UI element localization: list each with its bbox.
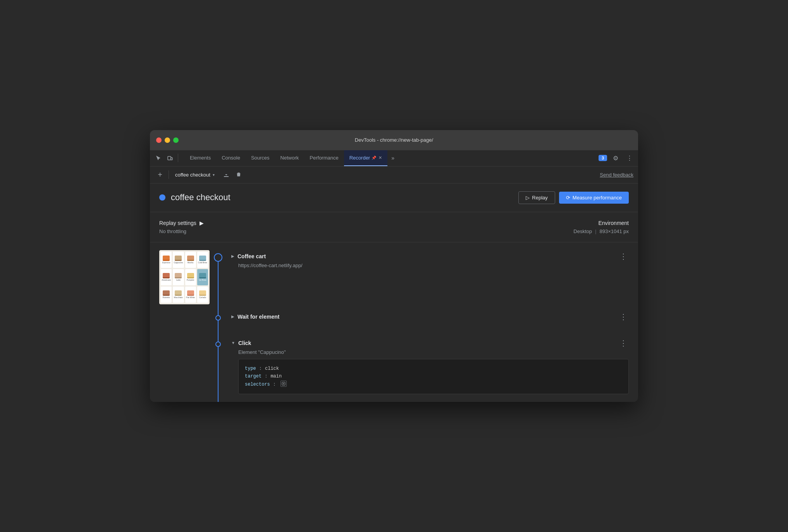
tab-console[interactable]: Console: [216, 150, 246, 166]
settings-section: Replay settings ▶ No throttling Environm…: [150, 212, 638, 242]
tab-close-icon[interactable]: ✕: [379, 155, 382, 160]
tabs-overflow-icon[interactable]: »: [387, 155, 398, 161]
environment-title: Environment: [573, 220, 629, 226]
step-row-1: Espresso Cappucino Mocha Cold Brew: [150, 250, 638, 304]
selector-icon[interactable]: [280, 381, 287, 387]
svg-rect-0: [168, 156, 171, 160]
environment-section: Environment Desktop | 893×1041 px: [573, 220, 629, 234]
add-recording-button[interactable]: +: [155, 169, 165, 180]
notification-badge: 3: [599, 155, 607, 161]
minimize-button[interactable]: [165, 137, 170, 143]
step-1-expand-icon[interactable]: ▶: [231, 254, 234, 258]
step-1-url: https://coffee-cart.netlify.app/: [231, 263, 629, 268]
step-3-more-icon[interactable]: ⋮: [618, 338, 629, 348]
step-3-name: Click: [238, 340, 251, 346]
code-line-target: target : main: [245, 372, 622, 380]
maximize-button[interactable]: [173, 137, 179, 143]
step-2-dot: [215, 315, 221, 321]
recording-selector[interactable]: coffee checkout ▾: [172, 170, 218, 179]
code-line-type: type : click: [245, 365, 622, 372]
replay-button[interactable]: ▷ Replay: [518, 191, 555, 204]
toolbar-actions: [221, 169, 244, 180]
step-2-content: ▶ Wait for element ⋮: [227, 311, 629, 331]
measure-label: Measure performance: [573, 195, 622, 201]
step-2-name: Wait for element: [237, 314, 279, 320]
divider: [178, 154, 178, 162]
export-recording-button[interactable]: [221, 169, 232, 180]
recording-header: coffee checkout ▷ Replay ⟳ Measure perfo…: [150, 184, 638, 212]
tabs: Elements Console Sources Network Perform…: [184, 150, 599, 166]
more-options-icon[interactable]: ⋮: [624, 153, 635, 163]
step-3-content: ▼ Click ⋮ Element "Cappucino" type : cli…: [227, 337, 629, 402]
throttling-label: No throttling: [159, 228, 573, 234]
step-3-expand-icon[interactable]: ▼: [231, 341, 235, 345]
measure-icon: ⟳: [566, 195, 570, 201]
devtools-toolbar: [153, 153, 180, 163]
replay-settings-label: Replay settings: [159, 220, 196, 226]
tab-network[interactable]: Network: [275, 150, 305, 166]
tab-recorder[interactable]: Recorder 📌 ✕: [344, 150, 387, 166]
step-3-sub: Element "Cappucino": [231, 349, 629, 355]
measure-performance-button[interactable]: ⟳ Measure performance: [559, 192, 629, 204]
replay-label: Replay: [532, 195, 547, 201]
step-3-dot: [215, 342, 221, 347]
svg-rect-1: [171, 158, 172, 160]
step-thumbnail: Espresso Cappucino Mocha Cold Brew: [159, 250, 210, 304]
replay-settings-arrow: ▶: [200, 220, 204, 226]
recording-status-dot: [159, 194, 165, 201]
tabbar: Elements Console Sources Network Perform…: [150, 150, 638, 166]
step-row-2: ▶ Wait for element ⋮: [150, 311, 638, 331]
main-content: coffee checkout ▷ Replay ⟳ Measure perfo…: [150, 184, 638, 402]
traffic-lights: [156, 137, 179, 143]
code-selectors-key: selectors: [245, 381, 270, 388]
tabbar-right: 3 ⚙ ⋮: [599, 153, 635, 163]
recording-title: coffee checkout: [171, 192, 518, 203]
step-1-dot: [214, 253, 222, 262]
step-2-more-icon[interactable]: ⋮: [618, 312, 629, 321]
close-button[interactable]: [156, 137, 162, 143]
step-3-code-block: type : click target : main selectors :: [238, 359, 629, 394]
code-line-selectors: selectors :: [245, 381, 622, 388]
environment-details: Desktop | 893×1041 px: [573, 228, 629, 234]
code-target-val: main: [270, 372, 282, 380]
titlebar: DevTools - chrome://new-tab-page/: [150, 130, 638, 150]
recording-name: coffee checkout: [175, 172, 210, 178]
code-target-key: target: [245, 372, 262, 380]
toolbar-divider: [169, 170, 169, 179]
env-separator: |: [595, 228, 596, 234]
devtools-window: DevTools - chrome://new-tab-page/ Elemen…: [150, 130, 638, 402]
tab-performance[interactable]: Performance: [304, 150, 344, 166]
replay-settings-left: Replay settings ▶ No throttling: [159, 220, 573, 234]
code-type-key: type: [245, 365, 256, 372]
send-feedback-link[interactable]: Send feedback: [600, 172, 633, 178]
window-title: DevTools - chrome://new-tab-page/: [355, 137, 433, 143]
environment-device: Desktop: [573, 228, 592, 234]
environment-size: 893×1041 px: [599, 228, 629, 234]
cursor-tool-icon[interactable]: [153, 153, 164, 163]
tab-sources[interactable]: Sources: [246, 150, 275, 166]
tab-elements[interactable]: Elements: [184, 150, 216, 166]
replay-settings-toggle[interactable]: Replay settings ▶: [159, 220, 573, 226]
step-1-more-icon[interactable]: ⋮: [618, 252, 629, 261]
device-toolbar-icon[interactable]: [165, 153, 175, 163]
step-2-expand-icon[interactable]: ▶: [231, 314, 234, 319]
step-row-3: ▼ Click ⋮ Element "Cappucino" type : cli…: [150, 337, 638, 402]
replay-icon: ▷: [526, 195, 530, 201]
chevron-down-icon: ▾: [213, 173, 215, 177]
step-1-name: Coffee cart: [237, 253, 266, 259]
steps-section: Espresso Cappucino Mocha Cold Brew: [150, 242, 638, 402]
settings-icon[interactable]: ⚙: [610, 153, 621, 163]
step-1-content: ▶ Coffee cart ⋮ https://coffee-cart.netl…: [227, 250, 629, 276]
delete-recording-button[interactable]: [233, 169, 244, 180]
recorder-toolbar: + coffee checkout ▾ Send feedback: [150, 166, 638, 184]
pin-icon: 📌: [372, 156, 376, 160]
code-type-val: click: [265, 365, 279, 372]
